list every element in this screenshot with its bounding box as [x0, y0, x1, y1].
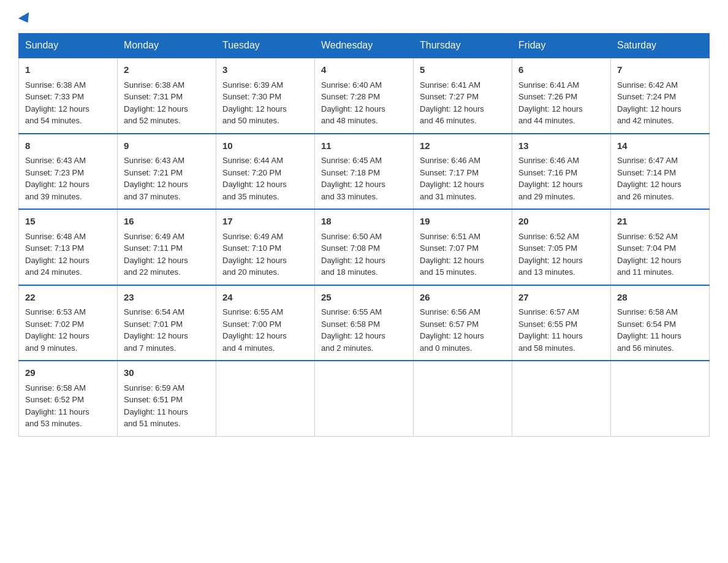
calendar-cell: 20 Sunrise: 6:52 AM Sunset: 7:05 PM Dayl… — [512, 209, 611, 285]
page-header — [18, 12, 710, 22]
sunrise-label: Sunrise: 6:52 AM — [518, 232, 579, 241]
week-row-1: 1 Sunrise: 6:38 AM Sunset: 7:33 PM Dayli… — [19, 58, 710, 134]
daylight-label: Daylight: 12 hours — [222, 180, 287, 189]
sunrise-label: Sunrise: 6:50 AM — [321, 232, 382, 241]
sunrise-label: Sunrise: 6:41 AM — [420, 80, 480, 90]
sunrise-label: Sunrise: 6:40 AM — [321, 80, 382, 90]
daylight-minutes: and 18 minutes. — [321, 267, 378, 277]
sunset-label: Sunset: 7:16 PM — [518, 168, 577, 177]
day-number: 26 — [420, 291, 506, 305]
daylight-label: Daylight: 12 hours — [321, 256, 385, 265]
calendar-cell: 30 Sunrise: 6:59 AM Sunset: 6:51 PM Dayl… — [118, 361, 216, 436]
calendar-cell: 1 Sunrise: 6:38 AM Sunset: 7:33 PM Dayli… — [19, 58, 118, 134]
day-number: 1 — [25, 63, 111, 77]
daylight-minutes: and 37 minutes. — [124, 192, 181, 201]
weekday-header-tuesday: Tuesday — [216, 34, 315, 58]
calendar-cell: 24 Sunrise: 6:55 AM Sunset: 7:00 PM Dayl… — [216, 285, 315, 361]
daylight-minutes: and 50 minutes. — [222, 116, 279, 125]
daylight-minutes: and 42 minutes. — [617, 116, 674, 125]
sunset-label: Sunset: 7:01 PM — [124, 320, 183, 329]
day-number: 16 — [124, 215, 210, 229]
sunrise-label: Sunrise: 6:44 AM — [222, 156, 283, 165]
daylight-label: Daylight: 12 hours — [321, 180, 385, 189]
daylight-minutes: and 48 minutes. — [321, 116, 378, 125]
calendar-cell: 9 Sunrise: 6:43 AM Sunset: 7:21 PM Dayli… — [118, 134, 216, 210]
calendar-cell: 13 Sunrise: 6:46 AM Sunset: 7:16 PM Dayl… — [512, 134, 611, 210]
calendar-cell: 10 Sunrise: 6:44 AM Sunset: 7:20 PM Dayl… — [216, 134, 315, 210]
daylight-label: Daylight: 11 hours — [25, 407, 89, 416]
sunset-label: Sunset: 7:27 PM — [420, 92, 479, 101]
daylight-minutes: and 52 minutes. — [124, 116, 181, 125]
calendar-cell: 7 Sunrise: 6:42 AM Sunset: 7:24 PM Dayli… — [611, 58, 710, 134]
week-row-4: 22 Sunrise: 6:53 AM Sunset: 7:02 PM Dayl… — [19, 285, 710, 361]
sunset-label: Sunset: 7:21 PM — [124, 168, 183, 177]
daylight-minutes: and 4 minutes. — [222, 343, 275, 353]
sunset-label: Sunset: 7:04 PM — [617, 243, 676, 253]
daylight-minutes: and 54 minutes. — [25, 116, 82, 125]
day-number: 15 — [25, 215, 111, 229]
sunrise-label: Sunrise: 6:51 AM — [420, 232, 480, 241]
daylight-minutes: and 9 minutes. — [25, 343, 77, 353]
logo-arrow-icon — [18, 12, 33, 26]
calendar-cell — [512, 361, 611, 436]
day-number: 21 — [617, 215, 703, 229]
sunset-label: Sunset: 7:13 PM — [25, 243, 84, 253]
sunset-label: Sunset: 7:14 PM — [617, 168, 676, 177]
day-number: 8 — [25, 139, 111, 153]
daylight-minutes: and 7 minutes. — [124, 343, 176, 353]
day-number: 14 — [617, 139, 703, 153]
sunset-label: Sunset: 6:57 PM — [420, 320, 479, 329]
day-number: 12 — [420, 139, 506, 153]
daylight-label: Daylight: 12 hours — [420, 180, 484, 189]
daylight-label: Daylight: 12 hours — [222, 104, 287, 113]
sunset-label: Sunset: 7:17 PM — [420, 168, 479, 177]
logo — [18, 12, 32, 22]
sunset-label: Sunset: 7:10 PM — [222, 243, 281, 253]
calendar-cell: 14 Sunrise: 6:47 AM Sunset: 7:14 PM Dayl… — [611, 134, 710, 210]
weekday-header-wednesday: Wednesday — [315, 34, 414, 58]
daylight-minutes: and 39 minutes. — [25, 192, 82, 201]
day-number: 27 — [518, 291, 604, 305]
weekday-header-saturday: Saturday — [611, 34, 710, 58]
sunrise-label: Sunrise: 6:46 AM — [518, 156, 579, 165]
day-number: 22 — [25, 291, 111, 305]
daylight-minutes: and 29 minutes. — [518, 192, 575, 201]
calendar-cell: 27 Sunrise: 6:57 AM Sunset: 6:55 PM Dayl… — [512, 285, 611, 361]
sunset-label: Sunset: 6:58 PM — [321, 320, 380, 329]
daylight-label: Daylight: 11 hours — [124, 407, 188, 416]
daylight-label: Daylight: 12 hours — [25, 104, 89, 113]
sunrise-label: Sunrise: 6:56 AM — [420, 307, 480, 316]
daylight-label: Daylight: 12 hours — [617, 104, 681, 113]
day-number: 28 — [617, 291, 703, 305]
daylight-label: Daylight: 12 hours — [420, 256, 484, 265]
calendar-cell: 11 Sunrise: 6:45 AM Sunset: 7:18 PM Dayl… — [315, 134, 414, 210]
day-number: 7 — [617, 63, 703, 77]
daylight-label: Daylight: 12 hours — [518, 256, 583, 265]
daylight-minutes: and 15 minutes. — [420, 267, 477, 277]
daylight-minutes: and 58 minutes. — [518, 343, 575, 353]
sunset-label: Sunset: 6:51 PM — [124, 395, 183, 404]
sunrise-label: Sunrise: 6:43 AM — [25, 156, 86, 165]
day-number: 3 — [222, 63, 308, 77]
week-row-2: 8 Sunrise: 6:43 AM Sunset: 7:23 PM Dayli… — [19, 134, 710, 210]
sunrise-label: Sunrise: 6:42 AM — [617, 80, 678, 90]
daylight-minutes: and 53 minutes. — [25, 419, 82, 428]
daylight-label: Daylight: 12 hours — [518, 180, 583, 189]
daylight-label: Daylight: 12 hours — [124, 331, 188, 340]
day-number: 6 — [518, 63, 604, 77]
calendar-header-row: SundayMondayTuesdayWednesdayThursdayFrid… — [19, 34, 710, 58]
sunrise-label: Sunrise: 6:48 AM — [25, 232, 86, 241]
calendar-cell — [315, 361, 414, 436]
sunset-label: Sunset: 7:24 PM — [617, 92, 676, 101]
sunrise-label: Sunrise: 6:43 AM — [124, 156, 184, 165]
calendar-cell: 12 Sunrise: 6:46 AM Sunset: 7:17 PM Dayl… — [414, 134, 512, 210]
calendar-cell: 4 Sunrise: 6:40 AM Sunset: 7:28 PM Dayli… — [315, 58, 414, 134]
calendar-cell: 23 Sunrise: 6:54 AM Sunset: 7:01 PM Dayl… — [118, 285, 216, 361]
sunset-label: Sunset: 6:52 PM — [25, 395, 84, 404]
daylight-minutes: and 26 minutes. — [617, 192, 674, 201]
day-number: 9 — [124, 139, 210, 153]
calendar-cell: 21 Sunrise: 6:52 AM Sunset: 7:04 PM Dayl… — [611, 209, 710, 285]
sunrise-label: Sunrise: 6:41 AM — [518, 80, 579, 90]
daylight-minutes: and 51 minutes. — [124, 419, 181, 428]
calendar-cell: 8 Sunrise: 6:43 AM Sunset: 7:23 PM Dayli… — [19, 134, 118, 210]
